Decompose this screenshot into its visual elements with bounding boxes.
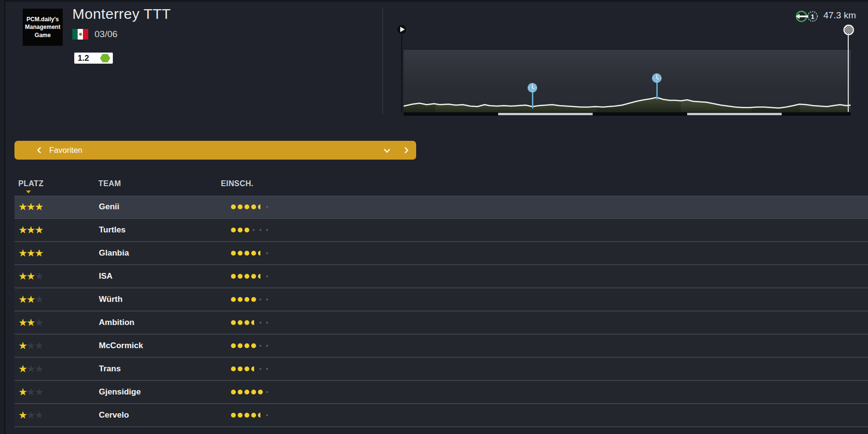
rating-dot-half-icon	[257, 404, 264, 426]
race-title: Monterrey TTT	[72, 6, 171, 22]
table-row[interactable]: ★★★Ambition	[14, 312, 868, 335]
rating-dot-half-icon	[257, 265, 264, 287]
rating-dot-half-icon	[257, 242, 264, 264]
rating-dot-half-icon	[250, 358, 257, 380]
star-filled-icon: ★	[27, 271, 35, 282]
chevron-left-icon[interactable]	[36, 147, 43, 154]
column-header-platz[interactable]: PLATZ	[18, 179, 43, 188]
rating-dot-full-icon	[250, 196, 257, 218]
column-header-einsch[interactable]: EINSCH.	[221, 179, 254, 188]
star-filled-icon: ★	[18, 247, 27, 258]
difficulty-gauge-value: 1	[811, 13, 814, 20]
star-filled-icon: ★	[35, 247, 43, 258]
rating-dot-empty-icon	[264, 219, 271, 241]
rating-dot-empty-icon	[264, 335, 271, 357]
logo-line: Management	[23, 23, 63, 31]
table-row[interactable]: ★★★ISA	[14, 265, 868, 288]
logo-line: PCM.daily's	[23, 15, 63, 23]
rating-dot-empty-icon	[264, 288, 271, 311]
chevron-down-icon[interactable]	[383, 148, 391, 155]
time-check-line	[532, 92, 533, 108]
star-filled-icon: ★	[18, 409, 27, 420]
rating-dot-full-icon	[244, 381, 250, 403]
game-screen: PCM.daily's Management Game Monterrey TT…	[0, 0, 868, 434]
star-filled-icon: ★	[27, 224, 35, 235]
favorites-dropdown-bar[interactable]: Favoriten	[14, 141, 416, 160]
rating-dot-full-icon	[230, 335, 237, 357]
stage-number: 03/06	[95, 29, 118, 40]
rating-dot-full-icon	[250, 265, 257, 287]
star-empty-icon: ★	[35, 317, 43, 328]
platz-stars: ★★★	[18, 381, 42, 403]
elevation-profile-chart	[404, 50, 851, 112]
team-name: Würth	[99, 288, 122, 311]
category-value: 1.2	[78, 53, 89, 64]
einsch-rating-dots	[230, 381, 271, 403]
rating-dot-empty-icon	[264, 242, 271, 264]
table-row[interactable]: ★★★Gjensidige	[14, 381, 868, 404]
rating-dot-full-icon	[237, 404, 244, 426]
rating-dot-full-icon	[250, 404, 257, 426]
table-row[interactable]: ★★★Cervelo	[14, 404, 868, 427]
rating-dot-full-icon	[237, 265, 244, 287]
window-top-edge	[0, 0, 868, 2]
rating-dot-full-icon	[250, 288, 257, 311]
rating-dot-full-icon	[244, 312, 250, 334]
rating-dot-empty-icon	[257, 312, 264, 334]
rating-dot-empty-icon	[264, 358, 271, 380]
team-name: Turtles	[99, 219, 125, 241]
time-check-clock-icon	[651, 72, 663, 84]
star-filled-icon: ★	[18, 294, 27, 305]
header-divider	[382, 7, 383, 114]
table-row[interactable]: ★★★Glanbia	[14, 242, 868, 265]
rating-dot-full-icon	[230, 196, 237, 218]
play-button[interactable]	[396, 24, 407, 35]
column-header-team[interactable]: TEAM	[98, 179, 121, 188]
star-empty-icon: ★	[27, 340, 35, 351]
rating-dot-full-icon	[230, 265, 237, 287]
rating-dot-full-icon	[237, 335, 244, 357]
rating-dot-full-icon	[244, 288, 250, 311]
team-name: ISA	[99, 265, 112, 287]
table-row[interactable]: ★★★Trans	[14, 358, 868, 381]
rating-dot-empty-icon	[264, 404, 271, 426]
table-row[interactable]: ★★★Würth	[14, 288, 868, 312]
rating-dot-full-icon	[244, 265, 250, 287]
rating-dot-full-icon	[230, 404, 237, 426]
star-filled-icon: ★	[27, 317, 35, 328]
star-empty-icon: ★	[27, 386, 35, 397]
star-empty-icon: ★	[27, 363, 35, 374]
table-row[interactable]: ★★★Genii	[14, 196, 868, 219]
einsch-rating-dots	[230, 288, 271, 311]
star-filled-icon: ★	[35, 201, 43, 212]
rating-dot-full-icon	[244, 404, 250, 426]
rating-dot-full-icon	[244, 196, 250, 218]
platz-stars: ★★★	[18, 265, 42, 287]
rating-dot-full-icon	[230, 219, 237, 241]
team-name: Gjensidige	[99, 381, 141, 403]
einsch-rating-dots	[230, 312, 271, 334]
table-row[interactable]: ★★★Turtles	[14, 219, 868, 242]
rating-dot-full-icon	[237, 381, 244, 403]
platz-stars: ★★★	[18, 288, 42, 311]
chevron-right-icon[interactable]	[403, 147, 410, 154]
rating-dot-full-icon	[230, 312, 237, 334]
einsch-rating-dots	[230, 219, 271, 241]
table-row[interactable]: ★★★McCormick	[14, 335, 868, 358]
platz-stars: ★★★	[18, 358, 42, 380]
team-name: McCormick	[99, 335, 143, 357]
rating-dot-full-icon	[237, 196, 244, 218]
rating-dot-half-icon	[257, 196, 264, 218]
team-name: Ambition	[99, 312, 135, 334]
einsch-rating-dots	[230, 404, 271, 426]
star-filled-icon: ★	[18, 386, 27, 397]
km-bar-light-segment	[498, 113, 593, 115]
kilometer-scale-bar	[404, 112, 851, 116]
sort-descending-icon	[26, 190, 31, 193]
rating-dot-full-icon	[257, 381, 264, 403]
pcm-daily-logo: PCM.daily's Management Game	[23, 9, 63, 46]
favorites-bar-label: Favoriten	[49, 141, 82, 160]
rating-dot-empty-icon	[257, 335, 264, 357]
star-filled-icon: ★	[27, 294, 35, 305]
platz-stars: ★★★	[18, 242, 42, 264]
